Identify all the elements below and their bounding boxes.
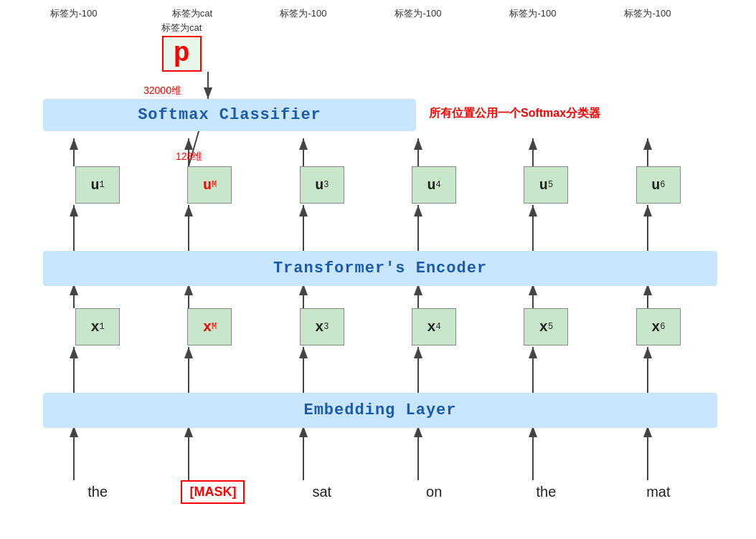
embedding-bar: Embedding Layer [43,393,717,428]
u-row: u1 uM u3 u4 u5 u6 [0,166,756,204]
p-box-container: 标签为cat p [161,22,202,72]
dim-32000: 32000维 [143,85,181,97]
x-node-4: x4 [412,308,456,345]
dim-128: 128维 [176,151,202,163]
softmax-text: Softmax Classifier [138,106,321,124]
label-3: 标签为-100 [275,7,332,20]
x-node-3: x3 [300,308,344,345]
p-box: p [162,36,202,72]
label-6: 标签为-100 [619,7,676,20]
words-row: the [MASK] sat on the mat [0,480,756,504]
label-4: 标签为-100 [389,7,447,20]
u-node-5: u5 [524,166,568,204]
x-node-1: x1 [75,308,120,345]
x-node-6: x6 [636,308,681,345]
x-node-m: xM [187,308,232,345]
x-row: x1 xM x3 x4 x5 x6 [0,308,756,345]
u-node-6: u6 [636,166,681,204]
embedding-text: Embedding Layer [303,401,456,419]
word-mat: mat [630,484,687,500]
softmax-bar: Softmax Classifier [43,99,416,131]
word-sat: sat [293,484,351,500]
label-1: 标签为-100 [45,7,103,20]
transformer-bar: Transformer's Encoder [43,251,717,286]
word-on: on [405,484,463,500]
p-box-label: 标签为cat [161,22,202,34]
label-5: 标签为-100 [504,7,562,20]
u-node-m: uM [187,166,232,204]
softmax-annotation: 所有位置公用一个Softmax分类器 [429,106,600,121]
p-letter: p [174,38,190,69]
u-node-3: u3 [300,166,344,204]
label-2: 标签为cat [164,7,221,20]
word-the-2: the [517,484,575,500]
word-mask: [MASK] [181,480,238,504]
mask-token: [MASK] [181,480,245,504]
diagram: 标签为-100 标签为cat 标签为-100 标签为-100 标签为-100 标… [0,0,756,539]
u-node-4: u4 [412,166,456,204]
u-node-1: u1 [75,166,120,204]
word-the-1: the [69,484,126,500]
x-node-5: x5 [524,308,568,345]
transformer-text: Transformer's Encoder [273,259,487,277]
